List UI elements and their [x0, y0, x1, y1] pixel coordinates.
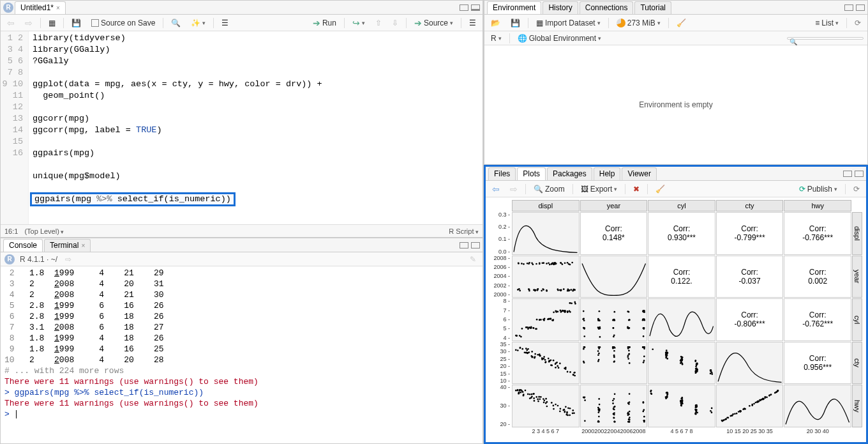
- find-icon[interactable]: 🔍: [168, 18, 183, 28]
- tab-tutorial[interactable]: Tutorial: [634, 1, 671, 14]
- file-type-icon: R: [3, 3, 13, 13]
- svg-point-470: [643, 410, 645, 411]
- tab-environment[interactable]: Environment: [487, 1, 541, 14]
- svg-point-421: [517, 389, 519, 391]
- scope-selector[interactable]: (Top Level): [24, 227, 64, 235]
- tab-history[interactable]: History: [542, 1, 578, 14]
- export-button[interactable]: 🖼 Export: [578, 184, 620, 194]
- code-editor[interactable]: library(tidyverse) library(GGally) ?GGal…: [29, 31, 483, 224]
- svg-point-515: [681, 398, 683, 400]
- svg-point-30: [521, 263, 523, 264]
- show-in-new-icon[interactable]: ▦: [46, 18, 58, 28]
- svg-point-360: [680, 358, 682, 360]
- tab-plots[interactable]: Plots: [517, 167, 546, 180]
- corr-cell: Corr:-0.762***: [784, 298, 851, 341]
- memory-usage[interactable]: 273 MiB: [614, 18, 663, 28]
- svg-point-69: [542, 288, 544, 290]
- notebook-icon[interactable]: ☰: [219, 18, 231, 28]
- back-nav-icon[interactable]: ⇦: [4, 17, 17, 29]
- svg-point-393: [564, 411, 566, 413]
- svg-point-309: [598, 353, 600, 355]
- svg-point-22: [568, 263, 570, 265]
- svg-point-110: [535, 328, 537, 330]
- prev-plot-icon[interactable]: ⇦: [490, 183, 502, 195]
- outline-icon[interactable]: ☰: [467, 18, 479, 28]
- svg-point-289: [613, 356, 615, 358]
- pane-window-controls[interactable]: [843, 171, 864, 177]
- col-header: hwy: [784, 200, 851, 211]
- svg-point-16: [535, 263, 537, 264]
- svg-point-194: [544, 359, 546, 361]
- tab-console[interactable]: Console: [3, 239, 43, 252]
- go-down-icon[interactable]: ⇩: [389, 18, 401, 28]
- rerun-icon[interactable]: ↪: [350, 17, 368, 29]
- svg-point-238: [515, 349, 517, 351]
- remove-plot-icon[interactable]: ✖: [631, 184, 642, 194]
- svg-point-24: [542, 262, 544, 264]
- svg-point-463: [613, 406, 615, 408]
- load-ws-icon[interactable]: 📂: [488, 18, 503, 28]
- svg-point-121: [530, 327, 532, 329]
- pane-window-controls[interactable]: [460, 4, 480, 11]
- env-search-input[interactable]: [787, 37, 864, 40]
- close-icon[interactable]: ×: [81, 242, 85, 249]
- svg-point-206: [550, 359, 552, 361]
- svg-point-428: [543, 402, 545, 404]
- save-ws-icon[interactable]: 💾: [508, 18, 523, 28]
- svg-point-57: [519, 289, 521, 291]
- go-up-icon[interactable]: ⇧: [373, 18, 384, 28]
- close-icon[interactable]: ×: [56, 4, 60, 11]
- source-button[interactable]: ➔Source: [412, 17, 456, 29]
- svg-point-399: [535, 396, 537, 398]
- source-on-save-check[interactable]: Source on Save: [89, 18, 158, 28]
- tab-help[interactable]: Help: [594, 167, 621, 180]
- tab-packages[interactable]: Packages: [547, 167, 592, 180]
- broom-icon[interactable]: 🧹: [674, 18, 689, 28]
- svg-point-237: [534, 356, 536, 358]
- source-tab[interactable]: Untitled1* ×: [15, 1, 66, 14]
- svg-point-535: [667, 394, 669, 395]
- save-icon[interactable]: 💾: [69, 18, 84, 28]
- console-output[interactable]: 2 1.8 1999 4 21 29 3 2 2008 4 20 31 4 2 …: [1, 266, 483, 443]
- pie-icon: [617, 19, 625, 27]
- scope-menu[interactable]: 🌐 Global Environment: [515, 33, 604, 43]
- refresh-icon[interactable]: ⟳: [852, 18, 864, 28]
- view-mode-list[interactable]: ≡ List: [812, 18, 841, 28]
- lang-selector[interactable]: R Script: [449, 227, 479, 235]
- fwd-nav-icon[interactable]: ⇨: [22, 17, 35, 29]
- import-dataset-button[interactable]: ▦ Import Dataset: [534, 18, 603, 28]
- run-button[interactable]: ➔Run: [310, 17, 339, 29]
- publish-button[interactable]: ⟳ Publish: [797, 184, 840, 194]
- tab-files[interactable]: Files: [488, 167, 516, 180]
- pane-window-controls[interactable]: [460, 242, 480, 249]
- tab-viewer[interactable]: Viewer: [622, 167, 656, 180]
- pane-window-controls[interactable]: [844, 4, 865, 11]
- tab-connections[interactable]: Connections: [580, 1, 634, 14]
- zoom-button[interactable]: 🔍 Zoom: [531, 184, 567, 194]
- clear-console-icon[interactable]: ✎: [467, 254, 479, 264]
- row-strip: displ: [852, 212, 862, 255]
- next-plot-icon[interactable]: ⇨: [507, 183, 520, 195]
- svg-point-541: [666, 392, 668, 394]
- lang-menu[interactable]: R: [488, 33, 504, 43]
- clear-all-icon[interactable]: 🧹: [653, 184, 668, 194]
- svg-point-54: [557, 288, 559, 290]
- scatter-cell: [580, 298, 648, 341]
- svg-point-171: [582, 318, 584, 320]
- svg-point-3: [567, 261, 569, 263]
- scatter-cell: [648, 342, 715, 385]
- goto-wd-icon[interactable]: ⇨: [63, 254, 74, 264]
- wand-icon[interactable]: ✨: [188, 18, 208, 28]
- svg-point-124: [569, 311, 571, 313]
- refresh-plot-icon[interactable]: ⟳: [851, 184, 862, 194]
- tab-terminal[interactable]: Terminal×: [44, 239, 91, 252]
- svg-point-479: [597, 420, 599, 422]
- svg-point-367: [710, 372, 712, 374]
- svg-point-415: [529, 394, 531, 395]
- svg-point-602: [762, 398, 764, 400]
- svg-point-391: [543, 400, 545, 402]
- corr-cell: Corr:0.956***: [784, 342, 851, 385]
- svg-point-227: [574, 372, 576, 374]
- svg-point-371: [555, 404, 557, 406]
- svg-point-220: [527, 348, 529, 350]
